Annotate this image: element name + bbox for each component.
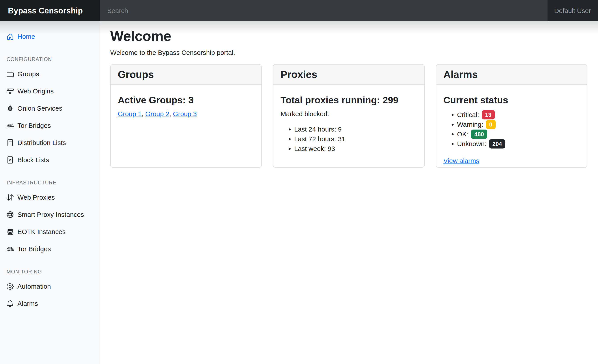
blocked-stats-list: Last 24 hours: 9 Last 72 hours: 31 Last …: [281, 124, 417, 154]
status-label: Critical:: [457, 111, 479, 118]
rainbow-icon: [7, 122, 14, 129]
page-title: Welcome: [110, 28, 587, 44]
sidebar-item-groups[interactable]: Groups: [0, 65, 100, 83]
sidebar-item-label: Groups: [17, 70, 39, 78]
sidebar-item-distribution-lists[interactable]: Distribution Lists: [0, 134, 100, 151]
proxies-card-title: Proxies: [274, 65, 424, 85]
sidebar-item-label: Onion Services: [17, 105, 62, 112]
status-label: OK:: [457, 130, 469, 138]
main-content: Welcome Welcome to the Bypass Censorship…: [100, 21, 598, 364]
sidebar-item-label: Smart Proxy Instances: [17, 211, 84, 218]
alarm-status-item: Warning:0: [457, 120, 580, 129]
sidebar-item-label: Home: [17, 33, 35, 40]
alarms-card: Alarms Current status Critical:13 Warnin…: [436, 64, 587, 168]
sidebar-item-label: Distribution Lists: [17, 139, 66, 146]
sidebar-item-label: Web Proxies: [17, 194, 55, 201]
status-badge-ok: 480: [471, 129, 487, 139]
group-links: Group 1, Group 2, Group 3: [118, 110, 254, 118]
sidebar-item-label: Automation: [17, 283, 51, 290]
alarms-card-title: Alarms: [436, 65, 587, 85]
sidebar-item-block-lists[interactable]: Block Lists: [0, 151, 100, 169]
sidebar-item-label: EOTK Instances: [17, 228, 66, 235]
welcome-subtitle: Welcome to the Bypass Censorship portal.: [110, 49, 587, 57]
sidebar-item-home[interactable]: Home: [0, 28, 100, 45]
link-separator: ,: [141, 110, 145, 117]
sidebar-item-automation[interactable]: Automation: [0, 278, 100, 295]
groups-card-title: Groups: [111, 65, 261, 85]
sidebar-item-label: Tor Bridges: [17, 122, 51, 129]
sidebar-section-configuration: CONFIGURATION: [0, 45, 100, 65]
file-text-icon: [7, 139, 14, 146]
user-menu[interactable]: Default User: [548, 0, 598, 21]
alarm-status-list: Critical:13 Warning:0 OK:480 Unknown:204: [443, 110, 580, 149]
status-badge-unknown: 204: [489, 139, 505, 148]
top-navbar: Bypass Censorship Default User: [0, 0, 598, 21]
blocked-stat-item: Last 24 hours: 9: [294, 124, 417, 134]
proxies-card-body: Total proxies running: 299 Marked blocke…: [274, 85, 424, 160]
collection-icon: [7, 71, 14, 78]
group-link-3[interactable]: Group 3: [173, 110, 197, 117]
total-proxies-heading: Total proxies running: 299: [281, 95, 417, 105]
file-x-icon: [7, 156, 14, 163]
group-link-2[interactable]: Group 2: [145, 110, 169, 117]
sidebar-section-monitoring: MONITORING: [0, 258, 100, 278]
rainbow-icon: [7, 245, 14, 252]
sidebar-item-label: Alarms: [17, 300, 38, 307]
house-door-icon: [7, 33, 14, 40]
alarm-status-item: OK:480: [457, 129, 580, 139]
groups-card: Groups Active Groups: 3 Group 1, Group 2…: [110, 64, 262, 168]
group-link-1[interactable]: Group 1: [118, 110, 141, 117]
link-separator: ,: [169, 110, 173, 117]
onion-icon: [7, 105, 14, 112]
sidebar-section-infrastructure: INFRASTRUCTURE: [0, 169, 100, 189]
status-badge-critical: 13: [482, 110, 495, 119]
summary-cards: Groups Active Groups: 3 Group 1, Group 2…: [110, 64, 587, 168]
sidebar-item-tor-bridges-infra[interactable]: Tor Bridges: [0, 240, 100, 258]
status-badge-warning: 0: [486, 120, 496, 129]
blocked-stat-item: Last 72 hours: 31: [294, 134, 417, 144]
sidebar-item-label: Web Origins: [17, 88, 54, 95]
sidebar-item-tor-bridges-config[interactable]: Tor Bridges: [0, 117, 100, 134]
sidebar-item-web-proxies[interactable]: Web Proxies: [0, 189, 100, 206]
alarm-status-item: Critical:13: [457, 110, 580, 120]
sidebar-item-eotk-instances[interactable]: EOTK Instances: [0, 223, 100, 240]
active-groups-heading: Active Groups: 3: [118, 95, 254, 105]
arrow-down-up-icon: [7, 194, 14, 201]
sidebar-item-smart-proxy-instances[interactable]: Smart Proxy Instances: [0, 206, 100, 223]
blocked-stat-item: Last week: 93: [294, 144, 417, 154]
sidebar-item-label: Tor Bridges: [17, 245, 51, 253]
gear-icon: [7, 283, 14, 290]
alarm-status-item: Unknown:204: [457, 139, 580, 149]
sidebar-item-web-origins[interactable]: Web Origins: [0, 83, 100, 100]
marked-blocked-label: Marked blocked:: [281, 110, 417, 118]
status-label: Warning:: [457, 121, 483, 128]
sidebar-item-onion-services[interactable]: Onion Services: [0, 100, 100, 117]
sidebar-item-label: Block Lists: [17, 156, 49, 164]
database-icon: [7, 228, 14, 235]
groups-card-body: Active Groups: 3 Group 1, Group 2, Group…: [111, 85, 261, 124]
status-label: Unknown:: [457, 140, 486, 147]
proxies-card: Proxies Total proxies running: 299 Marke…: [273, 64, 424, 168]
hdd-network-icon: [7, 88, 14, 95]
search-input[interactable]: [100, 0, 548, 21]
brand-link[interactable]: Bypass Censorship: [0, 0, 100, 21]
sidebar: Home CONFIGURATION Groups Web Origins On…: [0, 21, 100, 364]
globe-icon: [7, 211, 14, 218]
bell-icon: [7, 300, 14, 307]
alarms-card-body: Current status Critical:13 Warning:0 OK:…: [436, 85, 587, 168]
view-alarms-link[interactable]: View alarms: [443, 157, 479, 165]
sidebar-item-alarms[interactable]: Alarms: [0, 295, 100, 312]
current-status-heading: Current status: [443, 95, 580, 105]
